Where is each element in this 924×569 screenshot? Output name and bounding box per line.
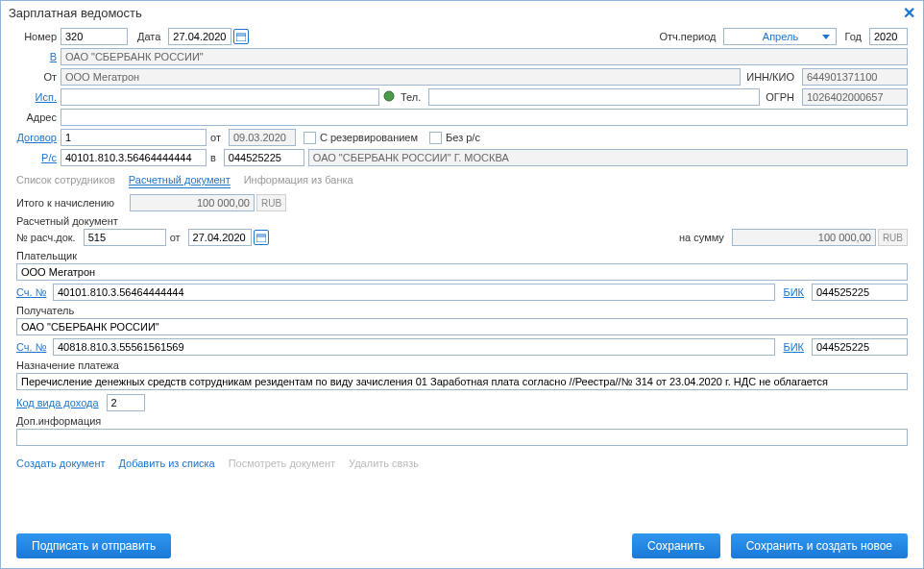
address-input[interactable] <box>61 109 908 126</box>
payer-bik-input[interactable] <box>812 284 908 301</box>
payee-name-input[interactable] <box>16 318 908 335</box>
close-icon[interactable]: ✕ <box>903 4 915 22</box>
sum-currency: RUB <box>878 229 908 246</box>
extra-section: Доп.информация <box>16 415 908 427</box>
inn-label: ИНН/КИО <box>746 71 798 83</box>
sum-label: на сумму <box>679 232 728 243</box>
total-currency: RUB <box>256 194 286 211</box>
tab-employees[interactable]: Список сотрудников <box>16 174 115 188</box>
reserve-label: С резервированием <box>320 132 418 143</box>
link-delete-link: Удалить связь <box>349 458 419 469</box>
tabs-bar: Список сотрудников Расчетный документ Ин… <box>16 174 908 188</box>
tab-payment-doc[interactable]: Расчетный документ <box>129 174 231 188</box>
reserve-checkbox[interactable] <box>304 132 316 144</box>
in-label: в <box>210 152 220 163</box>
from-input[interactable] <box>61 68 741 86</box>
contract-input[interactable] <box>61 129 207 146</box>
titlebar: Зарплатная ведомость ✕ <box>1 1 923 24</box>
globe-icon[interactable] <box>381 90 395 104</box>
docno-input[interactable] <box>84 229 166 246</box>
calendar-icon[interactable] <box>233 29 249 44</box>
payee-acc-label[interactable]: Сч. № <box>16 341 53 353</box>
contract-from-label: от <box>210 132 225 143</box>
payroll-dialog: Зарплатная ведомость ✕ Номер Дата Отч.пе… <box>0 0 924 569</box>
isp-label[interactable]: Исп. <box>16 91 61 103</box>
calc-doc-section: Расчетный документ <box>16 215 908 227</box>
purpose-section: Назначение платежа <box>16 359 908 371</box>
payee-bik-input[interactable] <box>812 338 908 356</box>
window-title: Зарплатная ведомость <box>9 6 142 20</box>
inn-input <box>802 68 908 86</box>
contract-date-input <box>229 129 296 146</box>
total-label: Итого к начислению <box>16 197 130 209</box>
to-bank-input[interactable] <box>61 48 908 65</box>
payer-section: Плательщик <box>16 250 908 261</box>
period-label: Отч.период <box>659 31 719 42</box>
bik-input[interactable] <box>224 149 304 166</box>
number-label: Номер <box>16 31 61 42</box>
date-label: Дата <box>137 31 164 42</box>
account-input[interactable] <box>61 149 207 166</box>
docno-label: № расч.док. <box>16 232 80 243</box>
no-account-checkbox[interactable] <box>429 132 442 144</box>
payer-acc-label[interactable]: Сч. № <box>16 286 53 298</box>
total-input <box>130 194 255 211</box>
tel-label: Тел. <box>401 91 425 103</box>
sum-input <box>732 229 876 246</box>
number-input[interactable] <box>61 28 128 45</box>
sign-send-button[interactable]: Подписать и отправить <box>16 533 171 558</box>
payee-bik-label[interactable]: БИК <box>783 341 808 353</box>
svg-rect-4 <box>256 235 266 242</box>
purpose-input[interactable] <box>16 373 908 390</box>
account-label[interactable]: Р/с <box>16 152 61 163</box>
calendar-icon[interactable] <box>254 230 269 245</box>
footer: Подписать и отправить Сохранить Сохранит… <box>16 533 908 558</box>
tel-input[interactable] <box>428 88 760 106</box>
payer-bik-label[interactable]: БИК <box>783 286 808 298</box>
year-label: Год <box>844 31 865 42</box>
address-label: Адрес <box>16 111 61 123</box>
income-code-label[interactable]: Код вида дохода <box>16 397 103 408</box>
income-code-input[interactable] <box>107 394 145 411</box>
year-input[interactable] <box>869 28 908 45</box>
svg-rect-0 <box>236 34 246 41</box>
period-select[interactable]: Апрель <box>723 28 837 45</box>
payee-section: Получатель <box>16 305 908 316</box>
docdate-input[interactable] <box>188 229 252 246</box>
link-add-from-list[interactable]: Добавить из списка <box>119 458 215 469</box>
no-account-label: Без р/с <box>446 132 480 143</box>
payer-acc-input[interactable] <box>53 284 775 301</box>
docdate-from-label: от <box>170 232 184 243</box>
isp-input[interactable] <box>61 88 379 106</box>
date-input[interactable] <box>168 28 231 45</box>
payer-name-input[interactable] <box>16 263 908 281</box>
to-bank-label[interactable]: В <box>16 51 61 62</box>
ogrn-input <box>802 88 908 106</box>
ogrn-label: ОГРН <box>766 91 798 103</box>
save-new-button[interactable]: Сохранить и создать новое <box>731 533 908 558</box>
contract-label[interactable]: Договор <box>16 132 61 143</box>
bank-name-input <box>308 149 908 166</box>
payee-acc-input[interactable] <box>53 338 775 356</box>
link-create-doc[interactable]: Создать документ <box>16 458 106 469</box>
extra-input[interactable] <box>16 429 908 446</box>
doc-links: Создать документ Добавить из списка Посм… <box>16 458 908 469</box>
save-button[interactable]: Сохранить <box>632 533 720 558</box>
tab-bank-info[interactable]: Информация из банка <box>244 174 353 188</box>
from-label: От <box>16 71 61 83</box>
link-view-doc: Посмотреть документ <box>229 458 335 469</box>
